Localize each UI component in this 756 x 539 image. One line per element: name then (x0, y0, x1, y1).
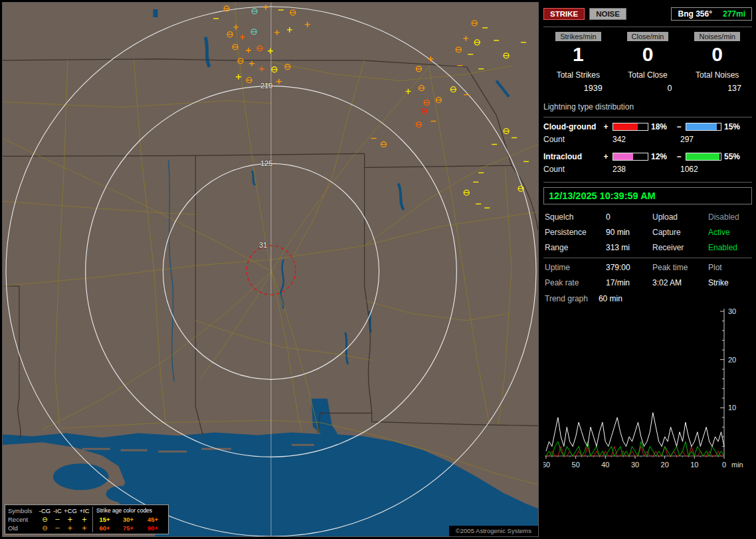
cg-minus-pct: 15% (724, 122, 748, 131)
svg-text:50: 50 (572, 461, 580, 469)
legend-recent-label: Recent (8, 515, 39, 524)
receiver-value: Enabled (708, 243, 751, 252)
strike-button[interactable]: STRIKE (543, 8, 585, 20)
cg-plus-bar (613, 123, 648, 131)
cg-neg-icon: ⊖ (39, 524, 51, 532)
trend-graph: 1020306050403020100min (543, 306, 752, 473)
uptime-value: 379:00 (606, 263, 652, 272)
control-panel: STRIKE NOISE Bng 356° 277mi Strikes/min … (543, 7, 752, 473)
svg-text:40: 40 (601, 461, 609, 469)
close-per-min-value: 0 (613, 42, 683, 66)
close-column: Close/min 0 Total Close 0 (613, 32, 683, 93)
legend-symbols-title: Symbols (8, 506, 39, 515)
peak-time-label: Peak time (652, 263, 708, 272)
receiver-label: Receiver (652, 243, 708, 252)
divider (543, 258, 752, 258)
age-code-90: 90+ (140, 524, 165, 532)
peak-rate-label: Peak rate (545, 278, 606, 287)
cg-minus-count: 297 (674, 135, 752, 144)
plus-sign: + (602, 152, 610, 161)
intracloud-row: Intracloud + 12% − 55% (543, 152, 752, 161)
cloud-ground-label: Cloud-ground (543, 122, 602, 131)
legend-header-ic-pos: +IC (76, 506, 92, 515)
minus-sign: − (675, 122, 683, 131)
noises-per-min-value: 0 (682, 42, 752, 66)
app-window: { "header": { "strike": "STRIKE", "noise… (0, 0, 756, 539)
upload-value: Disabled (708, 212, 751, 222)
noise-button[interactable]: NOISE (589, 8, 626, 20)
svg-text:10: 10 (690, 461, 698, 469)
svg-text:30: 30 (728, 307, 736, 315)
intracloud-counts: Count 238 1062 (543, 165, 752, 174)
trend-header: Trend graph 60 min (545, 294, 751, 303)
legend-header-ic-neg: -IC (51, 506, 64, 515)
total-close-value: 0 (613, 84, 683, 93)
cg-plus-pct: 18% (651, 122, 675, 131)
capture-value: Active (708, 228, 751, 237)
plot-value: Strike (708, 278, 751, 287)
ic-pos-icon: + (76, 515, 92, 524)
count-label: Count (543, 135, 602, 144)
intracloud-label: Intracloud (543, 152, 602, 161)
count-label: Count (543, 165, 602, 174)
capture-label: Capture (652, 228, 708, 237)
cg-neg-icon: ⊖ (39, 515, 51, 524)
copyright-text: ©2005 Astrogenic Systems (449, 526, 538, 536)
bearing-value: Bng 356° (678, 9, 711, 19)
legend-header-cg-neg: -CG (39, 506, 51, 515)
peak-rate-value: 17/min (606, 278, 652, 287)
distribution-title: Lightning type distribution (543, 102, 752, 112)
distance-value: 277mi (723, 9, 745, 19)
map-legend: Symbols -CG -IC +CG +IC Strike age color… (5, 504, 169, 534)
cloud-ground-row: Cloud-ground + 18% − 15% (543, 122, 752, 131)
ic-pos-icon: + (76, 524, 92, 532)
datetime-display: 12/13/2025 10:39:59 AM (543, 187, 752, 204)
svg-text:0: 0 (722, 461, 726, 469)
range-label: Range (545, 243, 606, 252)
squelch-label: Squelch (545, 212, 606, 222)
svg-text:10: 10 (728, 404, 736, 412)
ic-neg-icon: − (51, 524, 64, 532)
strikes-column: Strikes/min 1 Total Strikes 1939 (543, 32, 613, 93)
status-header: STRIKE NOISE Bng 356° 277mi (543, 7, 752, 21)
ic-minus-pct: 55% (724, 152, 748, 161)
trend-window-value: 60 min (599, 294, 622, 303)
age-code-45: 45+ (140, 515, 165, 524)
persistence-value: 90 min (606, 228, 652, 237)
ring-label-middle: 125 (260, 159, 272, 167)
age-code-15: 15+ (92, 515, 116, 524)
trend-graph-label: Trend graph (545, 294, 588, 303)
total-noises-value: 137 (682, 84, 752, 93)
squelch-value: 0 (606, 212, 652, 222)
ic-plus-bar (613, 153, 648, 161)
legend-old-label: Old (8, 524, 39, 532)
svg-text:30: 30 (631, 461, 639, 469)
divider (543, 27, 752, 27)
total-noises-label: Total Noises (682, 70, 752, 80)
total-close-label: Total Close (613, 70, 683, 80)
cg-pos-icon: + (64, 524, 76, 532)
plus-sign: + (602, 122, 610, 131)
range-value: 313 mi (606, 243, 652, 252)
map-region: 219 125 31 Symbols -CG -IC +CG +IC Strik… (2, 2, 539, 537)
peak-time-value: 3:02 AM (652, 278, 708, 287)
strikes-per-min-chip: Strikes/min (555, 32, 601, 41)
stats-grid: Uptime 379:00 Peak time Plot Peak rate 1… (545, 263, 751, 287)
noises-column: Noises/min 0 Total Noises 137 (682, 32, 752, 93)
svg-text:min: min (731, 461, 743, 469)
cg-plus-count: 342 (602, 135, 674, 144)
ic-plus-count: 238 (602, 165, 674, 174)
age-code-60: 60+ (92, 524, 116, 532)
age-code-75: 75+ (116, 524, 140, 532)
total-strikes-label: Total Strikes (543, 70, 613, 80)
divider (543, 182, 752, 183)
ic-plus-pct: 12% (651, 152, 675, 161)
ring-label-inner: 31 (259, 241, 267, 249)
upload-label: Upload (652, 212, 708, 222)
ring-label-outer: 219 (260, 82, 272, 90)
total-strikes-value: 1939 (543, 84, 613, 93)
plot-label: Plot (708, 263, 751, 272)
cg-pos-icon: + (64, 515, 76, 524)
rate-columns: Strikes/min 1 Total Strikes 1939 Close/m… (543, 32, 752, 93)
strikes-per-min-value: 1 (543, 42, 613, 66)
